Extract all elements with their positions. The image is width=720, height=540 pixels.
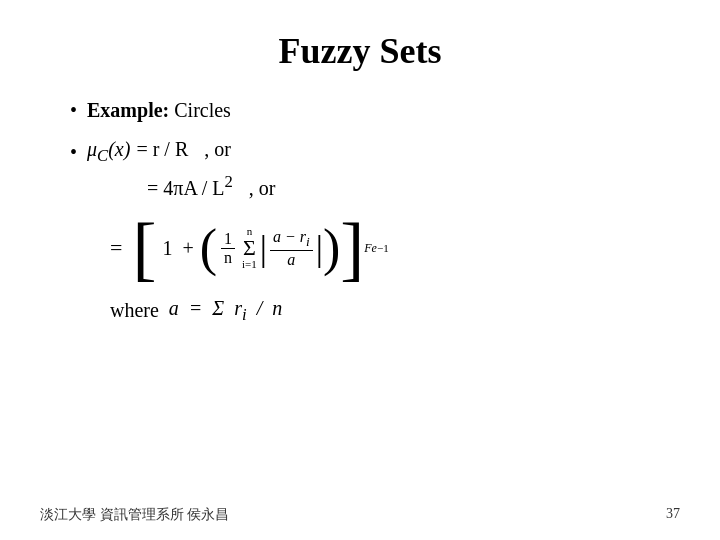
- sigma-sub: i=1: [242, 259, 257, 270]
- formula-eq1: = r / R: [136, 138, 188, 161]
- slide-container: Fuzzy Sets • Example: Circles • μC(x) = …: [0, 0, 720, 540]
- formula-eq2: = 4πA / L2: [147, 172, 233, 200]
- frac-den-a: a: [284, 251, 298, 269]
- where-word: where: [110, 299, 159, 322]
- mu-symbol: μC(x): [87, 138, 130, 166]
- example-text: Example: Circles: [87, 96, 231, 124]
- big-formula-row: = [ 1 + ( 1 n n Σ i=1 | a − ri: [110, 218, 680, 279]
- fe-superscript: Fe: [364, 241, 377, 256]
- example-label-bold: Example:: [87, 99, 169, 121]
- abs-bar-close: |: [316, 232, 323, 264]
- bullet-mu: • μC(x) = r / R , or = 4πA / L2 , or: [70, 138, 680, 204]
- slide-title: Fuzzy Sets: [40, 30, 680, 72]
- where-formula-text: a = Σ ri / n: [169, 297, 282, 325]
- bullet-dot-1: •: [70, 96, 77, 124]
- frac-a-ri-a: a − ri a: [270, 228, 313, 269]
- mu-line-1: μC(x) = r / R , or: [87, 138, 276, 166]
- mu-line-2: = 4πA / L2 , or: [147, 172, 276, 200]
- r-sub-i: i: [306, 234, 310, 249]
- frac-num-1: 1: [221, 230, 235, 249]
- footer-right: 37: [666, 506, 680, 524]
- l-squared: 2: [225, 172, 233, 191]
- sq-bracket-close: ]: [340, 218, 364, 279]
- bullet-dot-2: •: [70, 138, 77, 166]
- frac-den-n: n: [221, 249, 235, 267]
- abs-bar-open: |: [260, 232, 267, 264]
- big-formula-equals: =: [110, 235, 122, 261]
- frac-num-a-ri: a − ri: [270, 228, 313, 251]
- neg-one-superscript: −1: [377, 242, 389, 254]
- big-paren-open: (: [200, 226, 217, 270]
- formula-or2: , or: [249, 177, 276, 200]
- where-r-sub-i: i: [242, 305, 247, 324]
- one-over-n-fraction: 1 n: [221, 230, 235, 267]
- footer: 淡江大學 資訊管理系所 侯永昌 37: [0, 506, 720, 524]
- formula-or1: , or: [204, 138, 231, 161]
- footer-left: 淡江大學 資訊管理系所 侯永昌: [40, 506, 229, 524]
- content-area: • Example: Circles • μC(x) = r / R , or …: [40, 96, 680, 325]
- big-paren-close: ): [323, 226, 340, 270]
- where-line: where a = Σ ri / n: [110, 297, 680, 325]
- mu-sub-c: C: [97, 146, 108, 165]
- bullet-example: • Example: Circles: [70, 96, 680, 124]
- sq-bracket-open: [: [132, 218, 156, 279]
- one-plus: 1 +: [162, 237, 193, 260]
- mu-formula-block: μC(x) = r / R , or = 4πA / L2 , or: [87, 138, 276, 204]
- sigma-block: n Σ i=1: [242, 226, 257, 270]
- sigma-char: Σ: [243, 237, 256, 259]
